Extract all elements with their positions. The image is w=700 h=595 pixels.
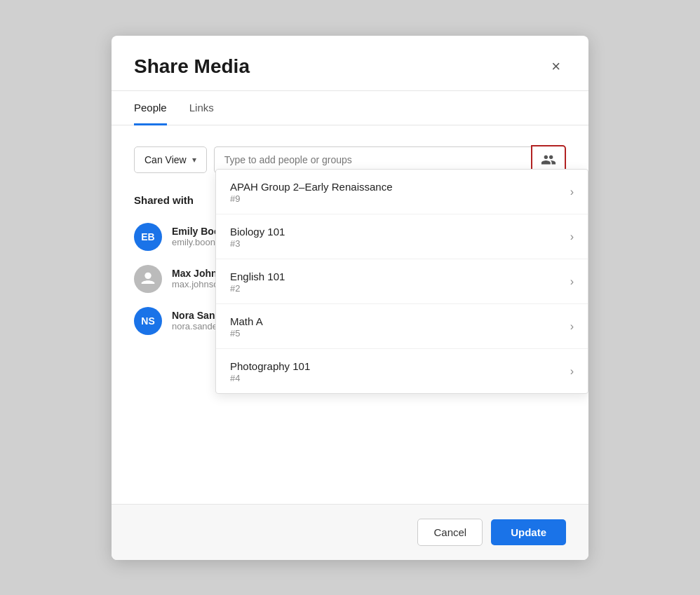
group-name: English 101 xyxy=(230,271,285,282)
group-name: APAH Group 2–Early Renaissance xyxy=(230,181,393,193)
modal-body: Can View ▾ Shared with xyxy=(112,125,588,504)
permission-dropdown[interactable]: Can View ▾ xyxy=(134,146,207,173)
dropdown-item[interactable]: Math A #5 › xyxy=(216,304,588,349)
chevron-right-icon: › xyxy=(570,275,574,288)
chevron-right-icon: › xyxy=(570,365,574,378)
group-name: Math A xyxy=(230,315,263,327)
tabs-container: People Links xyxy=(112,91,588,125)
close-button[interactable]: × xyxy=(546,56,566,77)
cancel-button[interactable]: Cancel xyxy=(417,519,483,546)
dropdown-item[interactable]: APAH Group 2–Early Renaissance #9 › xyxy=(216,170,588,214)
chevron-right-icon: › xyxy=(570,320,574,333)
update-button[interactable]: Update xyxy=(491,519,566,545)
user-icon xyxy=(138,269,158,289)
tab-links[interactable]: Links xyxy=(189,92,214,125)
avatar: NS xyxy=(134,307,162,335)
group-id: #2 xyxy=(230,283,285,294)
group-icon xyxy=(541,152,556,167)
tab-people[interactable]: People xyxy=(134,92,167,125)
avatar xyxy=(134,265,162,293)
modal-header: Share Media × xyxy=(112,36,588,91)
group-id: #9 xyxy=(230,193,393,204)
group-name: Photography 101 xyxy=(230,360,310,372)
group-name: Biology 101 xyxy=(230,226,285,238)
group-id: #5 xyxy=(230,328,263,338)
chevron-down-icon: ▾ xyxy=(192,155,196,165)
dropdown-item[interactable]: Biology 101 #3 › xyxy=(216,214,588,259)
modal-footer: Cancel Update xyxy=(112,504,588,560)
dropdown-item[interactable]: Photography 101 #4 › xyxy=(216,349,588,393)
chevron-right-icon: › xyxy=(570,231,574,243)
group-id: #3 xyxy=(230,238,285,249)
permission-label: Can View xyxy=(144,154,187,165)
groups-dropdown: APAH Group 2–Early Renaissance #9 › Biol… xyxy=(215,169,588,394)
avatar: EB xyxy=(134,223,162,251)
chevron-right-icon: › xyxy=(570,186,574,198)
group-id: #4 xyxy=(230,373,310,383)
share-media-modal: Share Media × People Links Can View ▾ xyxy=(112,36,588,560)
dropdown-item[interactable]: English 101 #2 › xyxy=(216,259,588,304)
svg-point-0 xyxy=(144,272,151,278)
modal-overlay: Share Media × People Links Can View ▾ xyxy=(0,0,700,595)
modal-title: Share Media xyxy=(134,55,250,78)
